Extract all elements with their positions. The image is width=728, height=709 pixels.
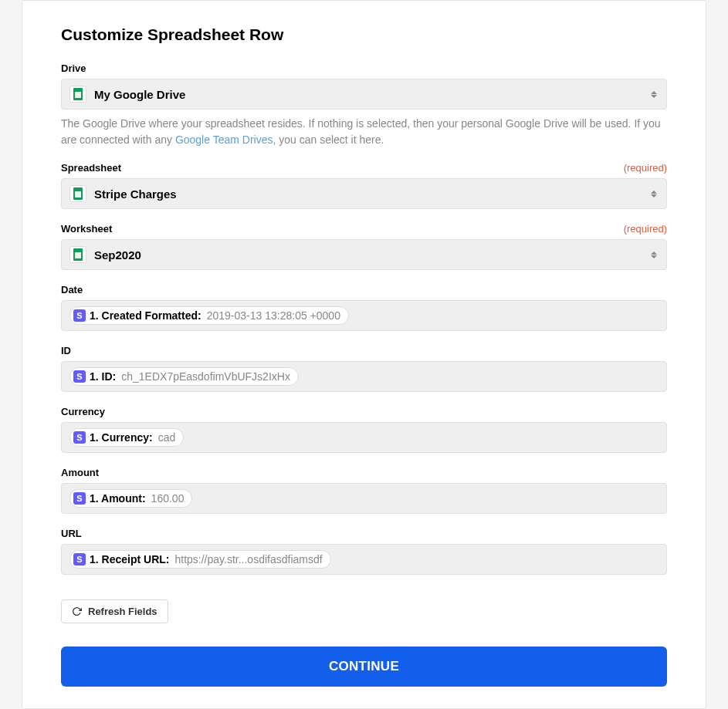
amount-pill[interactable]: S 1. Amount: 160.00 bbox=[69, 489, 192, 508]
id-input[interactable]: S 1. ID: ch_1EDX7pEasdofimVbUFJs2IxHx bbox=[61, 361, 667, 392]
worksheet-required: (required) bbox=[624, 223, 667, 235]
chevron-updown-icon bbox=[651, 252, 657, 258]
url-field-group: URL S 1. Receipt URL: https://pay.str...… bbox=[61, 528, 667, 575]
amount-input[interactable]: S 1. Amount: 160.00 bbox=[61, 483, 667, 514]
spreadsheet-select[interactable]: Stripe Charges bbox=[61, 178, 667, 209]
google-sheets-icon bbox=[69, 185, 86, 202]
currency-field-group: Currency S 1. Currency: cad bbox=[61, 406, 667, 453]
currency-pill-label: 1. Currency: bbox=[90, 431, 153, 444]
stripe-icon: S bbox=[73, 553, 86, 566]
refresh-icon bbox=[72, 606, 82, 616]
currency-input[interactable]: S 1. Currency: cad bbox=[61, 422, 667, 453]
url-pill-value: https://pay.str...osdifasdfiamsdf bbox=[174, 553, 322, 566]
chevron-updown-icon bbox=[651, 191, 657, 198]
worksheet-select[interactable]: Sep2020 bbox=[61, 239, 667, 270]
drive-select[interactable]: My Google Drive bbox=[61, 79, 667, 110]
chevron-updown-icon bbox=[651, 91, 657, 98]
date-pill-value: 2019-03-13 13:28:05 +0000 bbox=[207, 309, 340, 322]
id-field-group: ID S 1. ID: ch_1EDX7pEasdofimVbUFJs2IxHx bbox=[61, 345, 667, 392]
amount-label: Amount bbox=[61, 467, 99, 478]
spreadsheet-label: Spreadsheet bbox=[61, 162, 121, 174]
google-sheets-icon bbox=[69, 246, 86, 263]
page-title: Customize Spreadsheet Row bbox=[61, 1, 667, 62]
drive-label: Drive bbox=[61, 62, 86, 74]
stripe-icon: S bbox=[73, 492, 86, 505]
stripe-icon: S bbox=[73, 431, 86, 444]
spreadsheet-field-group: Spreadsheet (required) Stripe Charges bbox=[61, 162, 667, 209]
worksheet-field-group: Worksheet (required) Sep2020 bbox=[61, 223, 667, 270]
date-input[interactable]: S 1. Created Formatted: 2019-03-13 13:28… bbox=[61, 300, 667, 331]
id-pill-value: ch_1EDX7pEasdofimVbUFJs2IxHx bbox=[121, 370, 290, 383]
drive-help-after: , you can select it here. bbox=[273, 133, 384, 146]
currency-pill[interactable]: S 1. Currency: cad bbox=[69, 428, 184, 447]
stripe-icon: S bbox=[73, 309, 86, 322]
spreadsheet-value: Stripe Charges bbox=[94, 187, 659, 201]
amount-field-group: Amount S 1. Amount: 160.00 bbox=[61, 467, 667, 514]
id-pill[interactable]: S 1. ID: ch_1EDX7pEasdofimVbUFJs2IxHx bbox=[69, 367, 299, 386]
refresh-fields-button[interactable]: Refresh Fields bbox=[61, 599, 168, 623]
drive-value: My Google Drive bbox=[94, 88, 659, 101]
form-card: Customize Spreadsheet Row Drive My Googl… bbox=[22, 0, 706, 709]
drive-help-text: The Google Drive where your spreadsheet … bbox=[61, 116, 667, 148]
date-label: Date bbox=[61, 284, 83, 295]
id-pill-label: 1. ID: bbox=[90, 370, 116, 383]
url-pill-label: 1. Receipt URL: bbox=[90, 553, 169, 566]
id-label: ID bbox=[61, 345, 71, 356]
url-pill[interactable]: S 1. Receipt URL: https://pay.str...osdi… bbox=[69, 550, 331, 569]
currency-label: Currency bbox=[61, 406, 105, 417]
date-pill-label: 1. Created Formatted: bbox=[90, 309, 201, 322]
url-label: URL bbox=[61, 528, 82, 539]
refresh-fields-label: Refresh Fields bbox=[88, 606, 157, 617]
url-input[interactable]: S 1. Receipt URL: https://pay.str...osdi… bbox=[61, 544, 667, 575]
amount-pill-label: 1. Amount: bbox=[90, 492, 146, 505]
worksheet-value: Sep2020 bbox=[94, 248, 659, 262]
currency-pill-value: cad bbox=[158, 431, 176, 444]
spreadsheet-required: (required) bbox=[624, 162, 667, 174]
drive-field-group: Drive My Google Drive The Google Drive w… bbox=[61, 62, 667, 148]
google-sheets-icon bbox=[69, 86, 86, 103]
team-drives-link[interactable]: Google Team Drives bbox=[175, 133, 273, 146]
continue-button[interactable]: CONTINUE bbox=[61, 647, 667, 687]
date-field-group: Date S 1. Created Formatted: 2019-03-13 … bbox=[61, 284, 667, 331]
date-pill[interactable]: S 1. Created Formatted: 2019-03-13 13:28… bbox=[69, 306, 349, 325]
amount-pill-value: 160.00 bbox=[151, 492, 185, 505]
stripe-icon: S bbox=[73, 370, 86, 383]
worksheet-label: Worksheet bbox=[61, 223, 112, 235]
